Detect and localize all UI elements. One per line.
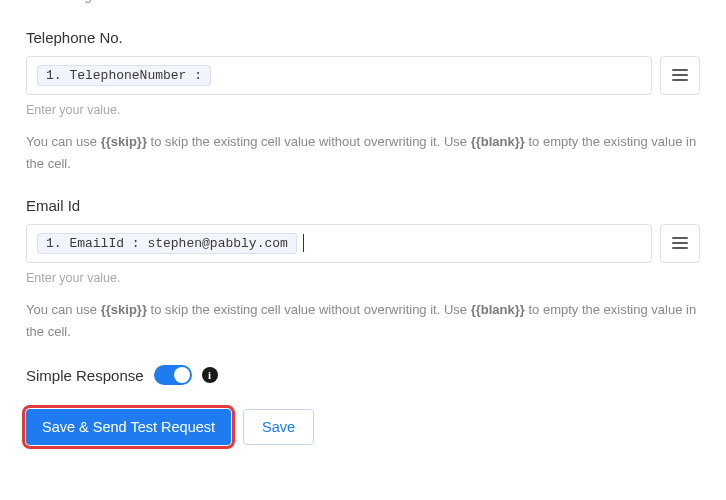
toggle-knob (174, 367, 190, 383)
hint-text-cutoff: the existing value in the cell. (26, 0, 700, 7)
text-cursor (303, 234, 304, 252)
telephone-label: Telephone No. (26, 29, 700, 46)
save-send-test-button[interactable]: Save & Send Test Request (26, 409, 231, 445)
email-input[interactable]: 1. EmailId : stephen@pabbly.com (26, 224, 652, 263)
email-hint: You can use {{skip}} to skip the existin… (26, 299, 700, 343)
simple-response-row: Simple Response i (26, 365, 700, 385)
simple-response-label: Simple Response (26, 367, 144, 384)
hamburger-icon (672, 69, 688, 81)
email-token: 1. EmailId : stephen@pabbly.com (37, 233, 297, 254)
telephone-hint: You can use {{skip}} to skip the existin… (26, 131, 700, 175)
email-label: Email Id (26, 197, 700, 214)
info-icon[interactable]: i (202, 367, 218, 383)
save-button[interactable]: Save (243, 409, 314, 445)
hamburger-icon (672, 237, 688, 249)
email-helper: Enter your value. (26, 271, 700, 285)
field-telephone: Telephone No. 1. TelephoneNumber : Enter… (26, 29, 700, 175)
telephone-input[interactable]: 1. TelephoneNumber : (26, 56, 652, 95)
telephone-token: 1. TelephoneNumber : (37, 65, 211, 86)
email-menu-button[interactable] (660, 224, 700, 263)
field-email: Email Id 1. EmailId : stephen@pabbly.com… (26, 197, 700, 343)
action-buttons: Save & Send Test Request Save (26, 409, 700, 445)
telephone-helper: Enter your value. (26, 103, 700, 117)
simple-response-toggle[interactable] (154, 365, 192, 385)
telephone-menu-button[interactable] (660, 56, 700, 95)
